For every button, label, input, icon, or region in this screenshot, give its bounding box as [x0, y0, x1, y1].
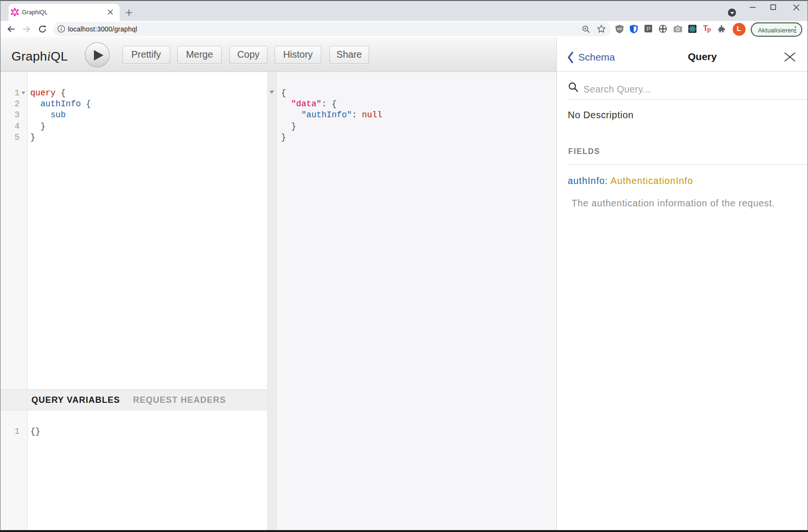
- svg-text:uO: uO: [617, 27, 622, 31]
